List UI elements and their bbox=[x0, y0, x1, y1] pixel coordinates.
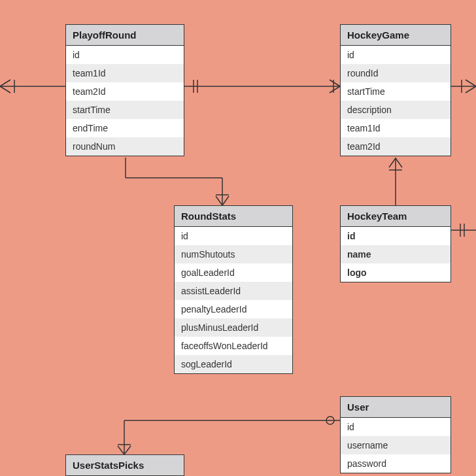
entity-title: UserStatsPicks bbox=[66, 455, 184, 476]
field: penaltyLeaderId bbox=[175, 300, 292, 318]
entity-hockeygame: HockeyGame id roundId startTime descript… bbox=[340, 24, 451, 156]
svg-line-7 bbox=[466, 80, 476, 86]
field: roundId bbox=[341, 64, 450, 82]
field: team1Id bbox=[341, 119, 450, 137]
field: roundNum bbox=[66, 137, 184, 156]
entity-playoffround: PlayoffRound id team1Id team2Id startTim… bbox=[65, 24, 184, 156]
field: team2Id bbox=[341, 137, 450, 156]
field: description bbox=[341, 101, 450, 119]
entity-user: User id username password bbox=[340, 396, 451, 473]
field: id bbox=[341, 227, 450, 245]
entity-title: User bbox=[341, 397, 450, 418]
field: assistLeaderId bbox=[175, 282, 292, 300]
field: id bbox=[341, 46, 450, 64]
entity-roundstats: RoundStats id numShutouts goalLeaderId a… bbox=[174, 205, 293, 374]
svg-line-18 bbox=[222, 196, 229, 205]
svg-line-4 bbox=[330, 86, 340, 93]
field: id bbox=[341, 418, 450, 436]
field: team1Id bbox=[66, 64, 184, 82]
svg-line-30 bbox=[118, 446, 124, 454]
field: team2Id bbox=[66, 82, 184, 101]
field: goalLeaderId bbox=[175, 264, 292, 282]
svg-line-3 bbox=[330, 80, 340, 86]
svg-point-28 bbox=[326, 416, 334, 424]
svg-line-17 bbox=[216, 196, 222, 205]
field: name bbox=[341, 245, 450, 264]
field: password bbox=[341, 454, 450, 473]
field: endTime bbox=[66, 119, 184, 137]
svg-line-12 bbox=[0, 86, 10, 93]
entity-userstatspicks: UserStatsPicks bbox=[65, 454, 184, 476]
svg-line-8 bbox=[466, 86, 476, 93]
field: id bbox=[175, 227, 292, 245]
entity-title: HockeyTeam bbox=[341, 206, 450, 227]
field: sogLeaderId bbox=[175, 355, 292, 373]
field: id bbox=[66, 46, 184, 64]
field: plusMinusLeaderId bbox=[175, 318, 292, 337]
field: username bbox=[341, 436, 450, 454]
field: startTime bbox=[341, 82, 450, 101]
entity-title: HockeyGame bbox=[341, 25, 450, 46]
field: numShutouts bbox=[175, 245, 292, 264]
field: startTime bbox=[66, 101, 184, 119]
svg-line-31 bbox=[124, 446, 131, 454]
svg-line-21 bbox=[389, 158, 396, 167]
svg-line-22 bbox=[396, 158, 402, 167]
svg-line-11 bbox=[0, 80, 10, 86]
field: logo bbox=[341, 264, 450, 282]
entity-title: RoundStats bbox=[175, 206, 292, 227]
field: faceoffsWonLeaderId bbox=[175, 337, 292, 355]
entity-hockeyteam: HockeyTeam id name logo bbox=[340, 205, 451, 282]
entity-title: PlayoffRound bbox=[66, 25, 184, 46]
